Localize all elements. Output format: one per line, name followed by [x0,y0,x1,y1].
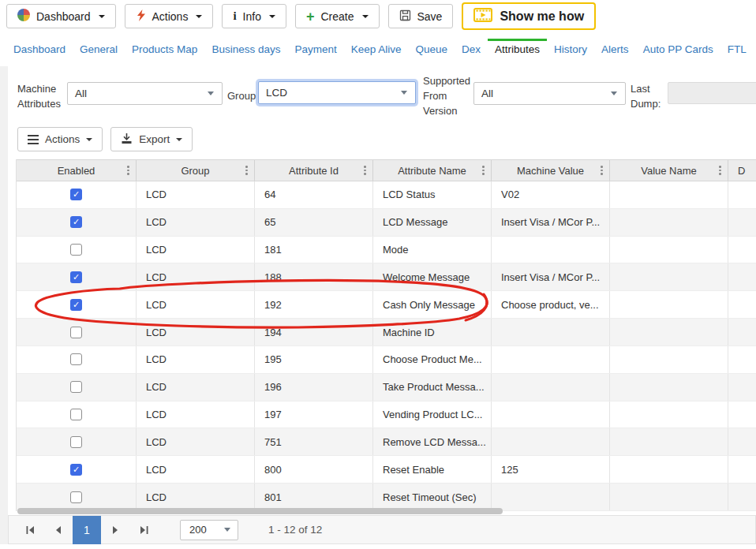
enabled-checkbox[interactable] [70,327,82,338]
tab-general[interactable]: General [73,39,125,60]
table-row[interactable]: LCD194Machine ID [17,319,756,346]
enabled-checkbox[interactable]: ✓ [70,216,82,228]
column-menu-icon[interactable] [244,164,249,177]
value-name-cell [610,181,728,208]
chevron-down-icon [208,92,214,95]
enabled-checkbox[interactable]: ✓ [70,189,82,200]
tab-payment[interactable]: Payment [287,39,343,60]
tab-queue[interactable]: Queue [409,39,455,60]
tab-business-days[interactable]: Business days [204,39,287,60]
toolbar-button-label: Save [417,10,443,23]
tab-alerts[interactable]: Alerts [594,39,636,60]
group-cell: LCD [137,209,255,236]
enabled-checkbox[interactable] [70,409,82,420]
enabled-cell [17,319,137,345]
extra-cell [728,291,756,318]
lightning-icon [136,9,146,24]
column-header-machine-value[interactable]: Machine Value [492,160,610,181]
table-row[interactable]: ✓LCD192Cash Only MessageChoose product, … [17,291,756,319]
column-header-label: Attribute Name [398,165,466,177]
machine-attributes-dropdown[interactable]: All [67,82,223,105]
first-page-button[interactable] [16,516,44,544]
table-row[interactable]: ✓LCD800Reset Enable125 [17,456,756,484]
column-header-value-name[interactable]: Value Name [610,160,728,181]
machine-value-cell: Choose product, ve... [492,291,610,318]
enabled-checkbox[interactable] [70,436,82,448]
enabled-checkbox[interactable] [70,491,82,503]
enabled-cell: ✓ [17,181,137,208]
page-size-dropdown[interactable]: 200 [180,520,238,540]
machine-value-cell [492,374,610,401]
extra-cell [728,181,756,208]
tab-keep-alive[interactable]: Keep Alive [344,39,409,60]
column-header-enabled[interactable]: Enabled [17,160,137,181]
value-name-cell [610,401,728,428]
table-row[interactable]: LCD195Choose Product Me... [17,346,756,374]
value-name-cell [610,346,728,373]
group-value: LCD [266,87,287,99]
save-button[interactable]: Save [388,4,454,28]
group-cell: LCD [137,291,255,318]
attribute-name-cell: Remove LCD Messa... [373,428,492,455]
tab-attributes[interactable]: Attributes [488,39,547,60]
tab-dashboard[interactable]: Dashboard [6,39,73,60]
machine-attributes-value: All [75,88,87,99]
machine-value-cell [492,346,610,373]
grid-actions-button[interactable]: Actions [17,127,103,151]
supported-from-version-dropdown[interactable]: All [473,82,626,105]
table-row[interactable]: ✓LCD188Welcome MessageInsert Visa / MCor… [17,263,756,291]
table-row[interactable]: ✓LCD64LCD StatusV02 [17,181,756,209]
column-header-group[interactable]: Group [137,160,255,181]
enabled-checkbox[interactable] [70,244,82,256]
column-header-attribute-id[interactable]: Attribute Id [255,160,373,181]
actions-button[interactable]: Actions [125,4,214,28]
tab-ftl[interactable]: FTL [720,39,754,60]
tab-dex[interactable]: Dex [455,39,488,60]
table-row[interactable]: LCD751Remove LCD Messa... [17,428,756,456]
extra-cell [728,484,756,510]
attribute-name-cell: LCD Message [373,209,492,236]
attribute-id-cell: 65 [255,209,373,236]
table-row[interactable]: LCD181Mode [17,237,756,264]
column-menu-icon[interactable] [481,164,486,177]
toolbar-button-label: Create [320,10,354,23]
prev-page-button[interactable] [44,516,73,544]
export-button[interactable]: Export [110,127,193,151]
enabled-checkbox[interactable]: ✓ [70,271,82,283]
enabled-checkbox[interactable] [70,353,82,365]
machine-value-cell [492,428,610,455]
enabled-checkbox[interactable]: ✓ [70,464,82,476]
value-name-cell [610,428,728,455]
column-menu-icon[interactable] [599,164,604,177]
tab-auto-pp-cards[interactable]: Auto PP Cards [636,39,720,60]
column-header-d[interactable]: D [728,160,756,181]
column-menu-icon[interactable] [125,164,131,177]
column-menu-icon[interactable] [362,164,368,177]
table-row[interactable]: LCD801Reset Timeout (Sec) [17,484,756,511]
enabled-checkbox[interactable]: ✓ [70,299,82,311]
table-row[interactable]: LCD197Vending Product LC... [17,401,756,429]
last-page-button[interactable] [129,516,158,544]
dashboard-button[interactable]: Dashboard [6,4,116,28]
group-dropdown[interactable]: LCD [258,81,416,104]
column-menu-icon[interactable] [717,164,723,177]
last-dump-field[interactable] [668,82,756,104]
info-button[interactable]: iInfo [222,4,286,28]
toolbar-button-label: Dashboard [36,10,91,23]
page-1-button[interactable]: 1 [73,516,101,544]
grid-actions-label: Actions [45,133,80,145]
group-cell: LCD [137,428,255,455]
horizontal-scrollbar[interactable] [17,508,503,514]
enabled-checkbox[interactable] [70,381,82,393]
tab-history[interactable]: History [547,39,594,60]
tab-products-map[interactable]: Products Map [125,39,204,60]
machine-value-cell: 125 [492,456,610,483]
next-page-button[interactable] [101,516,129,544]
column-header-attribute-name[interactable]: Attribute Name [373,160,492,181]
table-row[interactable]: ✓LCD65LCD MessageInsert Visa / MCor P... [17,209,756,237]
extra-cell [728,401,756,428]
table-row[interactable]: LCD196Take Product Messa... [17,374,756,401]
show-me-how-button[interactable]: Show me how [462,2,596,30]
enabled-cell: ✓ [17,291,137,318]
create-button[interactable]: +Create [295,4,380,28]
